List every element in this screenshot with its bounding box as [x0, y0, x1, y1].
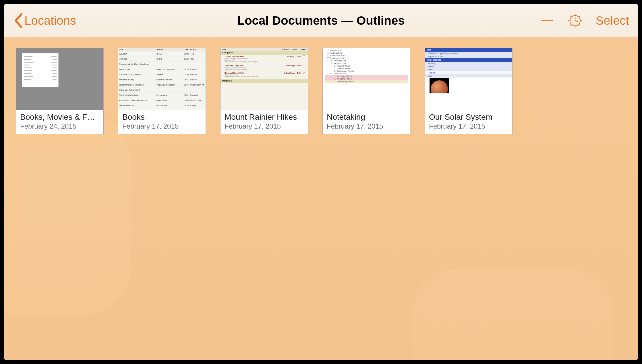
document-date: February 24, 2015	[20, 122, 99, 130]
document-card[interactable]: Title Author Year Origin 源氏物語紫式部1008日本三國…	[118, 48, 206, 134]
document-date: February 17, 2015	[122, 122, 202, 130]
document-date: February 17, 2015	[225, 122, 304, 130]
chevron-left-icon	[13, 13, 23, 29]
document-meta: Mount Rainier Hikes February 17, 2015	[221, 110, 308, 134]
document-grid: Books, Movies & F… February 24, 2015 Tit…	[4, 37, 638, 144]
settings-button[interactable]	[567, 13, 583, 28]
svg-line-10	[579, 16, 580, 17]
svg-line-8	[579, 24, 580, 26]
document-date: February 17, 2015	[429, 122, 508, 130]
document-meta: Books, Movies & F… February 24, 2015	[16, 110, 103, 134]
back-button[interactable]: Locations	[13, 13, 76, 29]
document-thumbnail: Title Author Year Origin 源氏物語紫式部1008日本三國…	[118, 48, 206, 110]
document-thumbnail: I.Hadean EonII.Archean EonIII.Proterozoi…	[323, 48, 410, 110]
document-title: Books	[122, 113, 202, 122]
document-meta: Books February 17, 2015	[118, 110, 206, 134]
svg-line-9	[570, 24, 572, 26]
document-card[interactable]: Trail Distance Roun… Hiked Longmire Trai…	[220, 48, 308, 134]
document-title: Notetaking	[327, 113, 406, 122]
document-meta: Notetaking February 17, 2015	[323, 110, 410, 134]
document-title: Our Solar System	[429, 113, 508, 122]
document-thumbnail: Sun Classified as type G2 yellow dwarf P…	[425, 48, 512, 110]
document-date: February 17, 2015	[327, 122, 406, 130]
mars-image	[430, 78, 449, 93]
svg-line-7	[570, 16, 572, 17]
document-thumbnail: Trail Distance Roun… Hiked Longmire Trai…	[221, 48, 308, 110]
document-card[interactable]: Sun Classified as type G2 yellow dwarf P…	[425, 48, 513, 134]
document-card[interactable]: I.Hadean EonII.Archean EonIII.Proterozoi…	[322, 48, 410, 134]
svg-line-12	[575, 21, 578, 22]
back-label: Locations	[24, 14, 76, 28]
document-title: Mount Rainier Hikes	[225, 113, 304, 122]
select-button[interactable]: Select	[595, 14, 629, 28]
gear-icon	[568, 13, 583, 28]
page-title: Local Documents — Outlines	[237, 14, 405, 28]
add-button[interactable]	[539, 13, 555, 28]
document-card[interactable]: Books, Movies & F… February 24, 2015	[16, 48, 104, 134]
navbar: Locations Local Documents — Outlines	[4, 4, 638, 37]
document-meta: Our Solar System February 17, 2015	[425, 110, 512, 134]
document-thumbnail	[16, 48, 103, 110]
nav-right: Select	[539, 13, 629, 28]
document-title: Books, Movies & F…	[20, 113, 99, 122]
plus-icon	[539, 13, 554, 28]
